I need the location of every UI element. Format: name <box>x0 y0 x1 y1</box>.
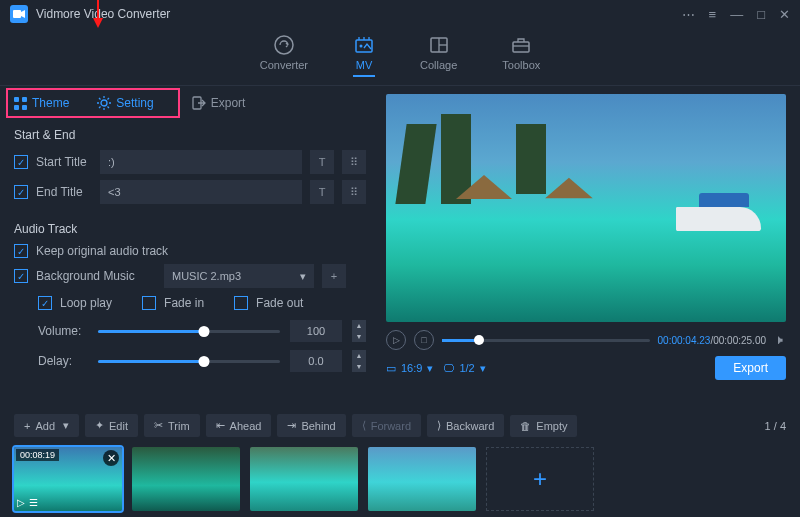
start-title-label: Start Title <box>36 155 92 169</box>
chevron-down-icon: ▾ <box>63 419 69 432</box>
svg-point-1 <box>275 36 293 54</box>
converter-icon <box>273 34 295 56</box>
forward-button[interactable]: ⟨Forward <box>352 414 421 437</box>
volume-label: Volume: <box>38 324 88 338</box>
delay-up-button[interactable]: ▲ <box>352 350 366 361</box>
delay-value[interactable]: 0.0 <box>290 350 342 372</box>
end-title-label: End Title <box>36 185 92 199</box>
start-title-input[interactable] <box>100 150 302 174</box>
theme-icon <box>14 97 27 110</box>
display-scale-select[interactable]: 🖵 1/2 ▾ <box>443 362 485 375</box>
svg-rect-13 <box>22 105 27 110</box>
end-title-input[interactable] <box>100 180 302 204</box>
collage-icon <box>428 34 450 56</box>
aspect-ratio-select[interactable]: ▭ 16:9 ▾ <box>386 362 433 375</box>
end-title-grid-button[interactable]: ⠿ <box>342 180 366 204</box>
nav-toolbox[interactable]: Toolbox <box>502 34 540 77</box>
add-music-button[interactable]: + <box>322 264 346 288</box>
app-title: Vidmore Video Converter <box>36 7 170 21</box>
volume-value[interactable]: 100 <box>290 320 342 342</box>
aspect-icon: ▭ <box>386 362 396 375</box>
svg-rect-12 <box>14 105 19 110</box>
back-icon: ⟨ <box>362 419 366 432</box>
add-clip-button[interactable]: + <box>486 447 594 511</box>
panel-tabs: Theme Setting Export <box>0 86 380 120</box>
loop-play-checkbox[interactable] <box>38 296 52 310</box>
backward-button[interactable]: ⟩Backward <box>427 414 504 437</box>
close-icon[interactable]: ✕ <box>779 7 790 22</box>
volume-down-button[interactable]: ▼ <box>352 331 366 342</box>
tab-setting[interactable]: Setting <box>83 87 167 119</box>
start-title-grid-button[interactable]: ⠿ <box>342 150 366 174</box>
trash-icon: 🗑 <box>520 420 531 432</box>
main-nav: Converter MV Collage Toolbox <box>0 28 800 86</box>
bg-music-checkbox[interactable] <box>14 269 28 283</box>
export-icon <box>192 96 206 110</box>
clip-thumbnail[interactable] <box>132 447 240 511</box>
tab-theme[interactable]: Theme <box>0 87 83 119</box>
skip-start-icon: ⇤ <box>216 419 225 432</box>
maximize-icon[interactable]: □ <box>757 7 765 22</box>
fade-in-checkbox[interactable] <box>142 296 156 310</box>
clip-toolbar: +Add▾ ✦Edit ✂Trim ⇤Ahead ⇥Behind ⟨Forwar… <box>0 406 800 443</box>
volume-icon[interactable]: 🕨 <box>774 333 786 347</box>
remove-clip-button[interactable]: ✕ <box>103 450 119 466</box>
clip-thumbnail[interactable] <box>250 447 358 511</box>
nav-mv[interactable]: MV <box>353 34 375 77</box>
clip-thumbnail[interactable] <box>368 447 476 511</box>
behind-button[interactable]: ⇥Behind <box>277 414 345 437</box>
delay-down-button[interactable]: ▼ <box>352 361 366 372</box>
forward-icon: ⟩ <box>437 419 441 432</box>
volume-slider[interactable] <box>98 330 280 333</box>
delay-label: Delay: <box>38 354 88 368</box>
svg-rect-11 <box>22 97 27 102</box>
keep-audio-checkbox[interactable] <box>14 244 28 258</box>
add-button[interactable]: +Add▾ <box>14 414 79 437</box>
menu-icon[interactable]: ≡ <box>709 7 717 22</box>
chevron-down-icon: ▾ <box>480 362 486 375</box>
timeline-slider[interactable] <box>442 339 650 342</box>
end-title-checkbox[interactable] <box>14 185 28 199</box>
nav-collage[interactable]: Collage <box>420 34 457 77</box>
edit-button[interactable]: ✦Edit <box>85 414 138 437</box>
clip-thumbnail[interactable]: 00:08:19 ✕ ▷☰ <box>14 447 122 511</box>
tab-export[interactable]: Export <box>178 87 260 119</box>
stop-button[interactable]: □ <box>414 330 434 350</box>
start-end-title: Start & End <box>14 128 366 142</box>
export-button[interactable]: Export <box>715 356 786 380</box>
chevron-down-icon: ▾ <box>427 362 433 375</box>
delay-slider[interactable] <box>98 360 280 363</box>
bg-music-label: Background Music <box>36 269 156 283</box>
svg-rect-7 <box>513 42 529 52</box>
nav-converter[interactable]: Converter <box>260 34 308 77</box>
start-title-checkbox[interactable] <box>14 155 28 169</box>
wand-icon: ✦ <box>95 419 104 432</box>
start-title-font-button[interactable]: T <box>310 150 334 174</box>
minimize-icon[interactable]: — <box>730 7 743 22</box>
svg-rect-0 <box>13 10 21 18</box>
bg-music-select[interactable]: MUSIC 2.mp3 ▾ <box>164 264 314 288</box>
settings-panel: Theme Setting Export Start & End Start T… <box>0 86 380 406</box>
video-preview[interactable] <box>386 94 786 322</box>
svg-point-14 <box>101 100 107 106</box>
clip-duration: 00:08:19 <box>16 449 59 461</box>
svg-point-3 <box>360 45 363 48</box>
feedback-icon[interactable]: ⋯ <box>682 7 695 22</box>
play-button[interactable]: ▷ <box>386 330 406 350</box>
svg-rect-2 <box>356 40 372 52</box>
preview-panel: ▷ □ 00:00:04.23/00:00:25.00 🕨 ▭ 16:9 ▾ 🖵… <box>380 86 800 406</box>
toolbox-icon <box>510 34 532 56</box>
volume-up-button[interactable]: ▲ <box>352 320 366 331</box>
info-icon[interactable]: ☰ <box>29 497 38 508</box>
fade-out-checkbox[interactable] <box>234 296 248 310</box>
titlebar: Vidmore Video Converter ⋯ ≡ — □ ✕ <box>0 0 800 28</box>
clip-thumbnails: 00:08:19 ✕ ▷☰ + <box>0 443 800 517</box>
end-title-font-button[interactable]: T <box>310 180 334 204</box>
plus-icon: + <box>24 420 30 432</box>
trim-button[interactable]: ✂Trim <box>144 414 200 437</box>
gear-icon <box>97 96 111 110</box>
app-logo-icon <box>10 5 28 23</box>
empty-button[interactable]: 🗑Empty <box>510 415 577 437</box>
ahead-button[interactable]: ⇤Ahead <box>206 414 272 437</box>
play-icon[interactable]: ▷ <box>17 497 25 508</box>
